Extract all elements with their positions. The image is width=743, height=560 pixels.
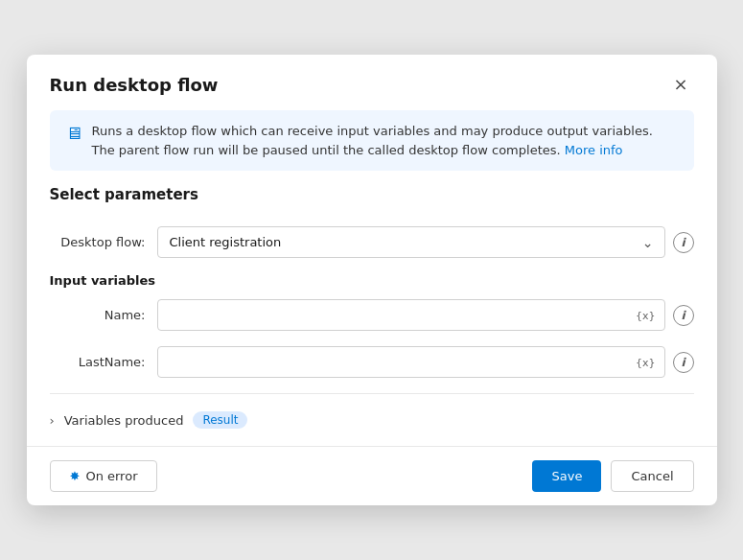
lastname-row: LastName: {x} i: [27, 338, 717, 385]
lastname-input[interactable]: [157, 346, 665, 378]
on-error-button[interactable]: ✸ On error: [50, 460, 158, 492]
desktop-flow-select[interactable]: Client registration: [157, 226, 665, 258]
section-title: Select parameters: [27, 186, 717, 219]
result-badge[interactable]: Result: [193, 411, 247, 429]
dialog-title: Run desktop flow: [50, 75, 219, 95]
input-variables-label: Input variables: [27, 266, 717, 292]
dialog-header: Run desktop flow ×: [27, 55, 717, 110]
variables-produced-label: Variables produced: [64, 413, 184, 428]
name-info-icon[interactable]: i: [673, 305, 694, 326]
close-button[interactable]: ×: [667, 72, 693, 97]
more-info-link[interactable]: More info: [565, 143, 623, 157]
info-banner-text: Runs a desktop flow which can receive in…: [92, 122, 679, 159]
desktop-flow-label: Desktop flow:: [50, 235, 146, 249]
footer-right: Save Cancel: [532, 460, 693, 492]
desktop-flow-info-icon[interactable]: i: [673, 232, 694, 253]
name-label: Name:: [50, 308, 146, 322]
footer-left: ✸ On error: [50, 460, 158, 492]
chevron-right-icon[interactable]: ›: [50, 413, 55, 428]
desktop-flow-control-wrapper: Client registration ⌄ i: [157, 226, 694, 258]
lastname-input-wrapper: {x}: [157, 346, 665, 378]
lastname-info-icon[interactable]: i: [673, 352, 694, 373]
save-button[interactable]: Save: [532, 460, 601, 492]
monitor-icon: 🖥: [65, 123, 82, 143]
shield-icon: ✸: [70, 469, 81, 483]
name-row: Name: {x} i: [27, 292, 717, 338]
lastname-label: LastName:: [50, 355, 146, 369]
dialog-footer: ✸ On error Save Cancel: [27, 446, 717, 505]
run-desktop-flow-dialog: Run desktop flow × 🖥 Runs a desktop flow…: [27, 55, 717, 505]
desktop-flow-select-wrapper: Client registration ⌄: [157, 226, 665, 258]
name-control-wrapper: {x} i: [157, 299, 694, 331]
lastname-control-wrapper: {x} i: [157, 346, 694, 378]
info-banner: 🖥 Runs a desktop flow which can receive …: [50, 110, 694, 171]
desktop-flow-row: Desktop flow: Client registration ⌄ i: [27, 219, 717, 266]
variables-produced-row: › Variables produced Result: [27, 402, 717, 438]
divider: [50, 393, 694, 394]
name-input[interactable]: [157, 299, 665, 331]
name-input-wrapper: {x}: [157, 299, 665, 331]
cancel-button[interactable]: Cancel: [611, 460, 693, 492]
